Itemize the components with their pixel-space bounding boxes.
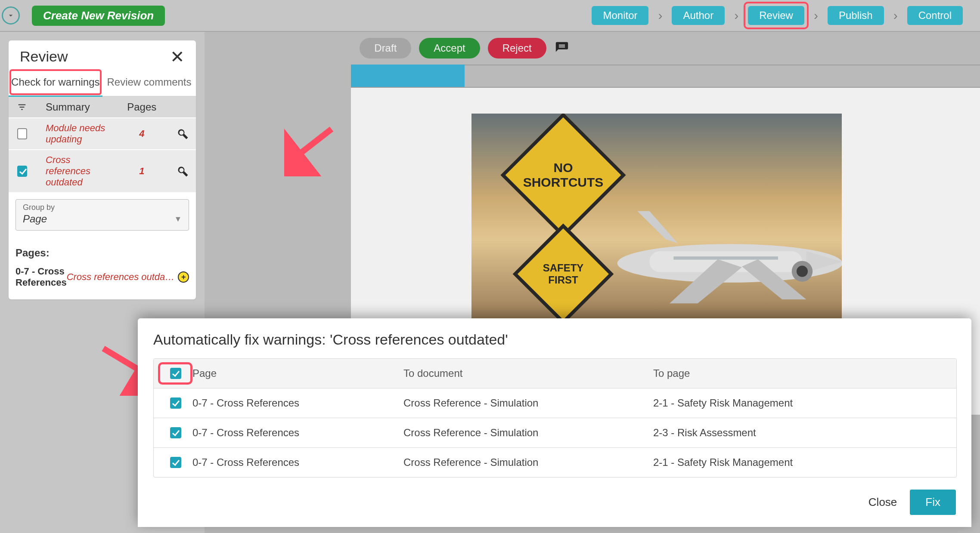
workflow-breadcrumbs: Monitor›Author›Review›Publish›Control — [592, 0, 963, 31]
wrench-icon[interactable] — [167, 127, 189, 140]
cell-page: 0-7 - Cross References — [188, 427, 403, 439]
row-checkbox[interactable] — [170, 397, 181, 409]
sign-safety-first: SAFETY FIRST — [531, 262, 595, 286]
svg-point-7 — [797, 266, 808, 277]
topbar: Create New Revision Monitor›Author›Revie… — [0, 0, 980, 32]
document-tab[interactable] — [465, 65, 980, 87]
breadcrumb-publish[interactable]: Publish — [828, 6, 884, 25]
cell-to-document: Cross Reference - Simulation — [403, 397, 653, 409]
warning-row[interactable]: Module needs updating4 — [9, 117, 196, 149]
accept-button[interactable]: Accept — [419, 38, 480, 59]
cell-to-document: Cross Reference - Simulation — [403, 427, 653, 439]
table-row: 0-7 - Cross ReferencesCross Reference - … — [154, 418, 956, 447]
column-summary: Summary — [28, 101, 116, 113]
chevron-right-icon: › — [814, 8, 818, 23]
fix-button[interactable]: Fix — [910, 490, 956, 515]
dialog-title: Automatically fix warnings: 'Cross refer… — [153, 331, 956, 348]
warning-row[interactable]: Cross references outdated1 — [9, 149, 196, 192]
chevron-down-icon: ▼ — [174, 215, 182, 224]
cell-to-page: 2-1 - Safety Risk Management — [653, 456, 948, 468]
column-page: Page — [188, 367, 403, 379]
cell-to-page: 2-3 - Risk Assessment — [653, 427, 948, 439]
breadcrumb-author[interactable]: Author — [672, 6, 725, 25]
review-title: Review — [20, 48, 68, 65]
document-actions: Draft Accept Reject — [205, 32, 980, 65]
document-hero-image: NO SHORTCUTS SAFETY FIRST — [471, 114, 842, 324]
document-tab-active[interactable] — [351, 65, 465, 87]
create-revision-button[interactable]: Create New Revision — [32, 6, 165, 26]
table-row: 0-7 - Cross ReferencesCross Reference - … — [154, 447, 956, 477]
column-to-document: To document — [403, 367, 653, 379]
reject-button[interactable]: Reject — [488, 38, 546, 59]
page-item-name: 0-7 - Cross References — [16, 266, 67, 288]
warning-pages: 1 — [116, 166, 167, 177]
chevron-right-icon: › — [893, 8, 898, 23]
row-checkbox[interactable] — [170, 427, 181, 438]
row-checkbox[interactable] — [170, 457, 181, 468]
column-to-page: To page — [653, 367, 948, 379]
cell-page: 0-7 - Cross References — [188, 397, 403, 409]
breadcrumb-monitor[interactable]: Monitor — [592, 6, 648, 25]
warning-pages: 4 — [116, 128, 167, 139]
draft-button[interactable]: Draft — [360, 38, 411, 59]
warnings-header-row: Summary Pages — [9, 97, 196, 117]
warning-badge-icon: + — [178, 271, 189, 283]
page-item[interactable]: 0-7 - Cross References Cross references … — [16, 263, 189, 291]
warning-checkbox[interactable] — [17, 166, 27, 177]
warning-checkbox[interactable] — [17, 128, 27, 139]
chevron-right-icon: › — [658, 8, 662, 23]
select-all-checkbox[interactable] — [170, 368, 181, 379]
tab-check-warnings[interactable]: Check for warnings — [9, 68, 102, 96]
fix-warnings-table: Page To document To page 0-7 - Cross Ref… — [153, 358, 957, 478]
group-by-select[interactable]: Group by Page▼ — [16, 199, 189, 231]
close-button[interactable]: Close — [868, 496, 897, 509]
breadcrumb-review[interactable]: Review — [748, 6, 804, 25]
filter-icon[interactable] — [16, 102, 28, 112]
pages-section-label: Pages: — [16, 247, 189, 259]
group-by-label: Group by — [23, 203, 182, 212]
page-item-warning: Cross references outda… — [67, 271, 175, 283]
group-by-value: Page — [23, 213, 47, 225]
sign-no-shortcuts: NO SHORTCUTS — [522, 160, 604, 190]
chevron-right-icon: › — [734, 8, 738, 23]
app-menu-icon[interactable] — [2, 6, 20, 25]
table-row: 0-7 - Cross ReferencesCross Reference - … — [154, 388, 956, 418]
warning-summary: Module needs updating — [28, 123, 116, 145]
cell-to-document: Cross Reference - Simulation — [403, 456, 653, 468]
column-pages: Pages — [116, 101, 167, 113]
tab-review-comments[interactable]: Review comments — [102, 68, 196, 96]
table-header: Page To document To page — [154, 359, 956, 388]
breadcrumb-control[interactable]: Control — [907, 6, 963, 25]
comment-icon[interactable] — [554, 40, 570, 56]
wrench-icon[interactable] — [167, 165, 189, 178]
warning-summary: Cross references outdated — [28, 154, 116, 188]
svg-rect-8 — [674, 256, 778, 259]
cell-to-page: 2-1 - Safety Risk Management — [653, 397, 948, 409]
fix-warnings-dialog: Automatically fix warnings: 'Cross refer… — [138, 318, 971, 527]
close-icon[interactable]: ✕ — [170, 50, 185, 64]
review-panel: Review ✕ Check for warnings Review comme… — [9, 40, 196, 299]
svg-marker-3 — [638, 211, 678, 243]
cell-page: 0-7 - Cross References — [188, 456, 403, 468]
